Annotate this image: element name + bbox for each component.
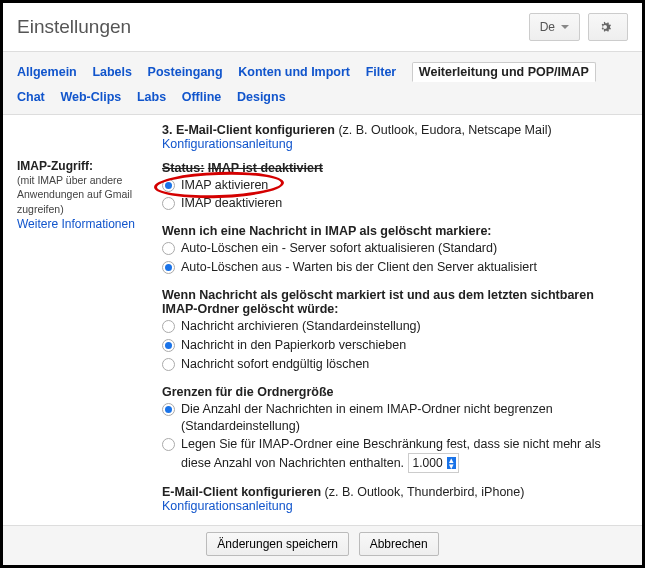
configure-link[interactable]: Konfigurationsanleitung (162, 499, 293, 513)
tab-inbox[interactable]: Posteingang (148, 65, 223, 79)
radio-enable-imap[interactable] (162, 179, 175, 192)
tab-filters[interactable]: Filter (366, 65, 397, 79)
archive-label: Nachricht archivieren (Standardeinstellu… (181, 318, 421, 335)
enable-imap-label: IMAP aktivieren (181, 177, 268, 194)
footer-actions: Änderungen speichern Abbrechen (3, 525, 642, 566)
spinner-icon: ▴▾ (447, 457, 456, 469)
limits-title: Grenzen für die Ordnergröße (162, 385, 628, 399)
trash-label: Nachricht in den Papierkorb verschieben (181, 337, 406, 354)
content-area: IMAP-Zugriff: (mit IMAP über andere Anwe… (3, 115, 642, 526)
folder-limits-section: Grenzen für die Ordnergröße Die Anzahl d… (162, 385, 628, 474)
radio-limit[interactable] (162, 438, 175, 451)
right-column: 3. E-Mail-Client konfigurieren (z. B. Ou… (162, 123, 628, 518)
left-column: IMAP-Zugriff: (mit IMAP über andere Anwe… (17, 123, 162, 518)
tab-general[interactable]: Allgemein (17, 65, 77, 79)
tab-offline[interactable]: Offline (182, 90, 222, 104)
tab-chat[interactable]: Chat (17, 90, 45, 104)
imap-access-sublabel: (mit IMAP über andere Anwendungen auf Gm… (17, 173, 162, 217)
configure-hint: (z. B. Outlook, Thunderbird, iPhone) (325, 485, 525, 499)
tab-accounts[interactable]: Konten und Import (238, 65, 350, 79)
radio-autoexpunge-off[interactable] (162, 261, 175, 274)
last-folder-title: Wenn Nachricht als gelöscht markiert ist… (162, 288, 628, 316)
page-title: Einstellungen (17, 16, 131, 38)
settings-header: Einstellungen De (3, 3, 642, 52)
auto-expunge-title: Wenn ich eine Nachricht in IMAP als gelö… (162, 224, 628, 238)
settings-menu-button[interactable] (588, 13, 628, 41)
limit-select[interactable]: 1.000 ▴▾ (408, 453, 459, 473)
configure-title: E-Mail-Client konfigurieren (162, 485, 321, 499)
step3-config-link[interactable]: Konfigurationsanleitung (162, 137, 293, 151)
tab-forwarding-pop-imap[interactable]: Weiterleitung und POP/IMAP (412, 62, 596, 82)
save-button[interactable]: Änderungen speichern (206, 532, 349, 556)
limit-label: Legen Sie für IMAP-Ordner eine Beschränk… (181, 436, 628, 473)
radio-archive[interactable] (162, 320, 175, 333)
radio-trash[interactable] (162, 339, 175, 352)
imap-access-label: IMAP-Zugriff: (17, 159, 162, 173)
autoexpunge-off-label: Auto-Löschen aus - Warten bis der Client… (181, 259, 537, 276)
tab-webclips[interactable]: Web-Clips (60, 90, 121, 104)
cancel-button[interactable]: Abbrechen (359, 532, 439, 556)
step3-title: 3. E-Mail-Client konfigurieren (162, 123, 335, 137)
status-label: Status: IMAP ist deaktiviert (162, 161, 323, 175)
last-folder-section: Wenn Nachricht als gelöscht markiert ist… (162, 288, 628, 373)
step3-hint: (z. B. Outlook, Eudora, Netscape Mail) (338, 123, 551, 137)
limit-select-value: 1.000 (413, 455, 443, 471)
tab-labs[interactable]: Labs (137, 90, 166, 104)
tab-labels[interactable]: Labels (92, 65, 132, 79)
settings-tabs: Allgemein Labels Posteingang Konten und … (3, 52, 642, 115)
language-selector[interactable]: De (529, 13, 580, 41)
header-controls: De (529, 13, 628, 41)
radio-delete-forever[interactable] (162, 358, 175, 371)
no-limit-label: Die Anzahl der Nachrichten in einem IMAP… (181, 401, 628, 435)
imap-status-section: Status: IMAP ist deaktiviert IMAP aktivi… (162, 161, 628, 213)
radio-no-limit[interactable] (162, 403, 175, 416)
configure-client-section: E-Mail-Client konfigurieren (z. B. Outlo… (162, 485, 628, 513)
tab-themes[interactable]: Designs (237, 90, 286, 104)
disable-imap-label: IMAP deaktivieren (181, 195, 282, 212)
gear-icon (597, 19, 613, 35)
radio-autoexpunge-on[interactable] (162, 242, 175, 255)
step3-section: 3. E-Mail-Client konfigurieren (z. B. Ou… (162, 123, 628, 151)
auto-expunge-section: Wenn ich eine Nachricht in IMAP als gelö… (162, 224, 628, 276)
language-label: De (540, 20, 555, 34)
delete-forever-label: Nachricht sofort endgültig löschen (181, 356, 369, 373)
chevron-down-icon (561, 25, 569, 29)
learn-more-link[interactable]: Weitere Informationen (17, 217, 162, 231)
radio-disable-imap[interactable] (162, 197, 175, 210)
autoexpunge-on-label: Auto-Löschen ein - Server sofort aktuali… (181, 240, 497, 257)
